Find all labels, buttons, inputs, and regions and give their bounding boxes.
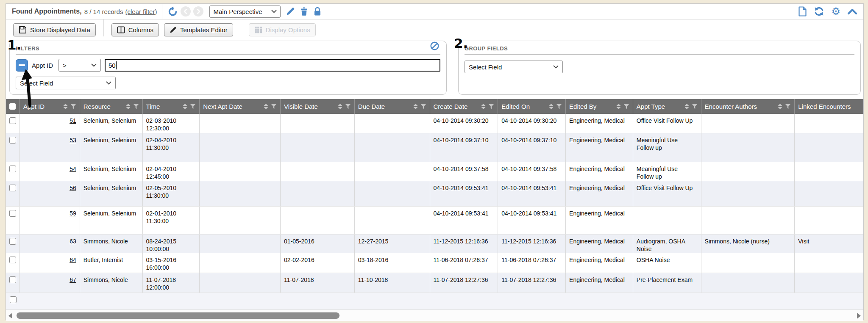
refresh-icon[interactable] [814,6,824,17]
sort-icon[interactable] [777,103,783,110]
divider [103,19,104,36]
column-label: Edited By [569,103,614,110]
row-checkbox[interactable] [9,210,16,217]
appt-id-link[interactable]: 63 [70,238,76,245]
filter-funnel-icon[interactable] [133,104,139,109]
filter-funnel-icon[interactable] [271,104,277,109]
empty-row [6,293,863,310]
filter-funnel-icon[interactable] [556,104,562,109]
appt-id-link[interactable]: 64 [70,257,76,263]
filter-funnel-icon[interactable] [420,104,426,109]
filter-operator-select[interactable]: > [58,59,101,72]
filter-funnel-icon[interactable] [488,104,494,109]
row-checkbox[interactable] [9,257,16,263]
clear-all-filters-icon[interactable] [430,41,440,52]
column-header-linked_encounters[interactable]: Linked Encounters [795,99,863,114]
collapse-chevron-up-icon[interactable] [847,8,857,15]
row-checkbox[interactable] [9,117,16,124]
sort-icon[interactable] [548,103,554,110]
store-displayed-data-button[interactable]: Store Displayed Data [13,23,96,36]
column-header-edited_on[interactable]: Edited On [498,99,566,114]
row-checkbox[interactable] [10,296,17,303]
templates-editor-button[interactable]: Templates Editor [164,23,233,36]
filter-value-input[interactable]: 50 [105,59,440,72]
filter-funnel-icon[interactable] [70,104,76,109]
column-header-time[interactable]: Time [143,99,200,114]
filter-funnel-icon[interactable] [623,104,629,109]
perspective-select[interactable]: Main Perspective [209,6,281,18]
filter-funnel-icon[interactable] [190,104,196,109]
appt-id-link[interactable]: 67 [70,276,76,283]
sort-icon[interactable] [263,103,269,110]
cell-resource: Selenium, Selenium [80,162,143,181]
row-checkbox[interactable] [9,166,16,172]
appt-id-link[interactable]: 53 [70,137,76,144]
column-header-resource[interactable]: Resource [80,99,143,114]
add-filter-field-select[interactable]: Select Field [16,77,116,89]
column-header-encounter_authors[interactable]: Encounter Authors [701,99,795,114]
filter-funnel-icon[interactable] [692,104,698,109]
column-header-appt_type[interactable]: Appt Type [633,99,701,114]
lock-icon[interactable] [313,7,322,16]
sort-icon[interactable] [125,103,131,110]
filters-panel-header: FILTERS [16,44,440,55]
row-checkbox[interactable] [9,238,16,245]
scroll-right-arrow[interactable] [857,313,861,319]
scroll-left-arrow[interactable] [8,313,12,319]
filter-funnel-icon[interactable] [785,104,791,109]
cell-time: 08-24-2015 10:00:00 [143,235,200,253]
sort-icon[interactable] [182,103,188,110]
table-header-row: Appt IDResourceTimeNext Apt DateVisible … [6,99,863,114]
column-header-next_apt_date[interactable]: Next Apt Date [200,99,281,114]
cell-resource: Selenium, Selenium [80,114,143,133]
column-header-due_date[interactable]: Due Date [355,99,430,114]
save-icon [19,26,27,34]
cell-resource: Simmons, Nicole [80,273,143,293]
filter-funnel-icon[interactable] [345,104,351,109]
undo-icon[interactable] [167,6,178,17]
row-checkbox[interactable] [9,276,16,283]
row-checkbox[interactable] [9,137,16,144]
group-fields-panel: GROUP FIELDS Select Field [458,41,861,95]
group-field-select[interactable]: Select Field [465,61,563,73]
cell-edited_by: Engineering, Medical [566,207,633,234]
cell-due_date: 12-27-2015 [355,235,430,253]
cell-linked_encounters: Visit [795,235,863,253]
column-label: Resource [83,103,123,110]
gear-icon[interactable]: ⚙ [831,6,840,17]
clear-filter-link[interactable]: (clear filter) [125,8,157,15]
cell-resource: Selenium, Selenium [80,181,143,206]
cell-encounter_authors [701,273,795,293]
remove-filter-button[interactable] [16,59,28,72]
cell-edited_on: 04-10-2014 09:30:20 [498,114,566,133]
select-all-checkbox[interactable] [9,103,16,110]
row-checkbox[interactable] [9,185,16,191]
table-row: 67Simmons, Nicole11-07-2018 12:00:0011-0… [6,273,863,293]
column-label: Edited On [501,103,546,110]
column-header-create_date[interactable]: Create Date [430,99,498,114]
appt-id-link[interactable]: 59 [70,210,76,217]
sort-icon[interactable] [481,103,486,110]
column-header-visible_date[interactable]: Visible Date [281,99,355,114]
sort-icon[interactable] [337,103,343,110]
next-perspective-icon[interactable] [193,6,203,17]
edit-perspective-icon[interactable] [286,7,295,16]
toolbar: Store Displayed Data Columns Templates E… [6,19,863,40]
sort-icon[interactable] [616,103,621,110]
sort-icon[interactable] [413,103,418,110]
column-header-edited_by[interactable]: Edited By [566,99,633,114]
cell-resource: Simmons, Nicole [80,235,143,253]
sort-icon[interactable] [684,103,690,110]
scrollbar-thumb[interactable] [17,312,339,319]
previous-perspective-icon[interactable] [181,6,191,17]
divider [162,4,162,19]
sort-icon[interactable] [63,103,68,110]
delete-perspective-icon[interactable] [300,7,309,16]
appt-id-link[interactable]: 54 [70,166,76,172]
appt-id-link[interactable]: 51 [70,117,76,124]
column-header-appt_id[interactable]: Appt ID [20,99,80,114]
appt-id-link[interactable]: 56 [70,185,76,191]
columns-button[interactable]: Columns [111,23,159,36]
new-document-icon[interactable] [798,6,807,17]
cell-appt_id: 56 [20,181,80,206]
